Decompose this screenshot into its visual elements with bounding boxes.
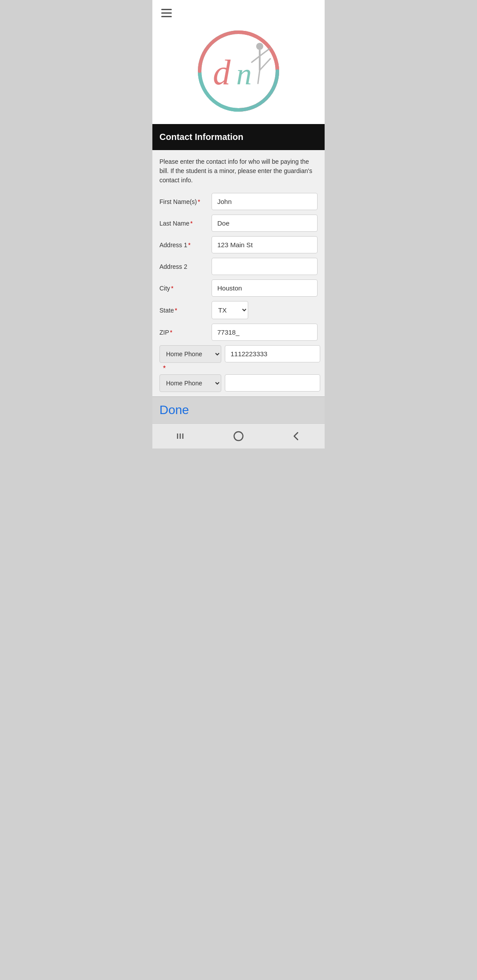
first-name-input[interactable] bbox=[212, 193, 318, 210]
state-label: State* bbox=[159, 307, 208, 314]
hamburger-line-1 bbox=[161, 9, 172, 10]
recent-apps-button[interactable] bbox=[175, 430, 187, 442]
address1-label: Address 1* bbox=[159, 241, 208, 249]
phone2-row: Home Phone Cell Phone Work Phone Other bbox=[159, 374, 318, 392]
phone2-input[interactable] bbox=[225, 374, 320, 392]
zip-label: ZIP* bbox=[159, 329, 208, 336]
state-select[interactable]: TX AL AK AZ AR CA CO FL GA bbox=[212, 301, 248, 319]
svg-line-9 bbox=[258, 70, 260, 83]
address2-label: Address 2 bbox=[159, 263, 208, 270]
phone1-input[interactable] bbox=[225, 345, 320, 362]
hamburger-line-2 bbox=[161, 12, 172, 14]
first-name-row: First Name(s)* bbox=[159, 193, 318, 210]
zip-input[interactable] bbox=[212, 324, 318, 341]
keyboard-done-bar: Done bbox=[152, 396, 325, 423]
menu-button[interactable] bbox=[159, 7, 174, 19]
header bbox=[152, 0, 325, 23]
address1-row: Address 1* bbox=[159, 236, 318, 253]
last-name-label: Last Name* bbox=[159, 220, 208, 227]
svg-line-7 bbox=[252, 56, 260, 62]
svg-text:d: d bbox=[213, 53, 231, 92]
home-button[interactable] bbox=[232, 430, 245, 442]
svg-point-13 bbox=[234, 432, 243, 441]
logo-area: d n bbox=[152, 23, 325, 124]
app-logo: d n bbox=[194, 27, 283, 115]
section-title: Contact Information bbox=[152, 124, 325, 150]
state-row: State* TX AL AK AZ AR CA CO FL GA bbox=[159, 301, 318, 319]
last-name-required: * bbox=[190, 220, 193, 227]
phone1-row: Home Phone Cell Phone Work Phone Other bbox=[159, 345, 318, 363]
address2-row: Address 2 bbox=[159, 258, 318, 275]
first-name-label: First Name(s)* bbox=[159, 198, 208, 205]
phone1-required-star: * bbox=[161, 365, 166, 372]
done-button[interactable]: Done bbox=[159, 403, 189, 417]
home-icon bbox=[232, 430, 245, 442]
phone1-required-indicator: * bbox=[159, 365, 318, 373]
phone1-container: Home Phone Cell Phone Work Phone Other * bbox=[159, 345, 318, 373]
recent-apps-icon bbox=[175, 430, 187, 442]
city-label: City* bbox=[159, 285, 208, 292]
back-icon bbox=[290, 430, 302, 442]
back-button[interactable] bbox=[290, 430, 302, 442]
city-row: City* bbox=[159, 279, 318, 297]
device-frame: d n bbox=[152, 0, 325, 449]
svg-line-8 bbox=[260, 59, 270, 70]
page-content: d n bbox=[152, 0, 325, 396]
zip-required: * bbox=[170, 329, 172, 336]
form-container: Please enter the contact info for who wi… bbox=[152, 150, 325, 392]
address1-input[interactable] bbox=[212, 236, 318, 253]
phone1-type-select[interactable]: Home Phone Cell Phone Work Phone Other bbox=[159, 345, 221, 363]
phone2-container: Home Phone Cell Phone Work Phone Other bbox=[159, 374, 318, 392]
hamburger-line-3 bbox=[161, 16, 172, 17]
city-required: * bbox=[171, 285, 173, 292]
address2-input[interactable] bbox=[212, 258, 318, 275]
phone2-type-select[interactable]: Home Phone Cell Phone Work Phone Other bbox=[159, 374, 221, 392]
first-name-required: * bbox=[198, 198, 200, 205]
state-required: * bbox=[175, 307, 177, 314]
address1-required: * bbox=[188, 241, 190, 249]
city-input[interactable] bbox=[212, 279, 318, 297]
last-name-input[interactable] bbox=[212, 215, 318, 232]
svg-text:n: n bbox=[236, 57, 252, 91]
description-text: Please enter the contact info for who wi… bbox=[159, 157, 318, 185]
svg-point-4 bbox=[256, 43, 263, 50]
last-name-row: Last Name* bbox=[159, 215, 318, 232]
android-nav-bar bbox=[152, 423, 325, 449]
zip-row: ZIP* bbox=[159, 324, 318, 341]
